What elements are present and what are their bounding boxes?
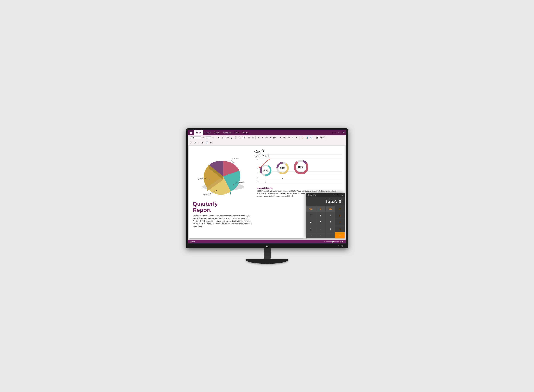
hamburger-menu-button[interactable] xyxy=(189,130,194,135)
calc-btn-plusminus[interactable]: ± xyxy=(306,232,316,238)
font-size-arrow[interactable]: ▾ xyxy=(211,136,215,140)
monitor-stand-base xyxy=(246,259,288,264)
monitor-bezel: Home Layout Charts Formulas Data Review … xyxy=(186,128,348,248)
clock-button[interactable]: 🕐 xyxy=(205,140,209,144)
monitor: Home Layout Charts Formulas Data Review … xyxy=(186,128,348,264)
calc-btn-subtract[interactable]: − xyxy=(335,219,345,225)
calc-btn-6[interactable]: 6 xyxy=(325,219,335,225)
calc-btn-8[interactable]: 8 xyxy=(316,212,325,219)
calc-btn-divide[interactable]: ÷ xyxy=(335,205,345,212)
document-content: Check with Sara xyxy=(188,145,346,240)
calc-btn-multiply[interactable]: × xyxy=(335,212,345,219)
zoom-plus[interactable]: + xyxy=(337,240,339,243)
bullet-list-button[interactable]: ≡ xyxy=(279,136,282,140)
power-button[interactable] xyxy=(341,245,343,247)
y-label-3: 3 xyxy=(257,172,258,174)
font-aa-button[interactable]: Aa▾ xyxy=(225,136,229,140)
calc-btn-decimal[interactable]: . xyxy=(325,232,335,238)
tab-formulas[interactable]: Formulas xyxy=(222,130,233,135)
calc-btn-1[interactable]: 1 xyxy=(306,226,316,232)
toolbar-picture-group: 🖼 Picture xyxy=(315,136,326,140)
superscript-button[interactable]: A↑ xyxy=(247,136,251,140)
zoom-thumb xyxy=(332,241,334,243)
calc-btn-backspace[interactable]: ⌫ xyxy=(325,205,335,212)
accomplishments-title: Accomplishments xyxy=(257,187,342,189)
maximize-button[interactable]: □ xyxy=(338,131,341,134)
tab-layout[interactable]: Layout xyxy=(203,130,212,135)
align-right-button[interactable]: ≡▾ xyxy=(265,136,268,140)
pie-chart-area: Quarter 4 Quarter 2 Quarter 1 Quarter 3 xyxy=(193,150,252,199)
monitor-indicator-lights xyxy=(338,245,343,247)
calc-minimize-button[interactable]: — xyxy=(333,194,336,196)
calc-btn-4[interactable]: 4 xyxy=(306,219,316,225)
bar-chart-button[interactable]: 📊 xyxy=(305,136,309,140)
calc-maximize-button[interactable]: □ xyxy=(337,194,340,196)
italic-button[interactable]: I xyxy=(234,136,237,140)
toolbar-align-group: ≡ ≡ ≡▾ ≡ ⊞▾ xyxy=(256,136,277,140)
strikethrough-button[interactable]: ABC xyxy=(242,136,247,140)
minimize-button[interactable]: — xyxy=(332,131,336,134)
calc-btn-CE[interactable]: CE xyxy=(306,205,316,212)
close-button[interactable]: ✕ xyxy=(342,131,346,134)
columns-button[interactable]: ⊞▾ xyxy=(272,136,277,140)
y-label-4: 4 xyxy=(257,168,258,169)
underline-button[interactable]: U xyxy=(238,136,241,140)
calc-btn-2[interactable]: 2 xyxy=(316,226,325,232)
calc-btn-add[interactable]: + xyxy=(335,226,345,232)
donut-80-container: 80% xyxy=(293,159,310,176)
zoom-minus[interactable]: − xyxy=(324,240,325,243)
delete-button[interactable]: 🗑 xyxy=(194,140,197,144)
y-label-6: 6 xyxy=(257,159,258,160)
tab-home[interactable]: Home xyxy=(194,130,203,135)
numbered-list-button[interactable]: ≡▾ xyxy=(283,136,286,140)
tab-charts[interactable]: Charts xyxy=(212,130,221,135)
bold-button[interactable]: A xyxy=(217,136,221,140)
calc-btn-0[interactable]: 0 xyxy=(316,232,325,238)
font-small-button[interactable]: a xyxy=(221,136,224,140)
picture-button[interactable]: 🖼 Picture xyxy=(315,136,325,140)
ribbon: Home Layout Charts Formulas Data Review … xyxy=(188,130,346,145)
font-dropdown-arrow[interactable]: ▾ xyxy=(201,136,205,140)
zoom-slider[interactable] xyxy=(326,242,337,242)
subscript-button[interactable]: A↓ xyxy=(251,136,255,140)
document-left-column: Quarter 4 Quarter 2 Quarter 1 Quarter 3 xyxy=(189,146,255,238)
area-chart-button[interactable]: 📉 xyxy=(309,136,313,140)
indicator-dot xyxy=(338,245,339,246)
calculator-display: 1362.38 xyxy=(306,197,345,205)
toolbar: ▾ ▾ A a Aa▾ B I U ABC A↑ A↓ xyxy=(188,135,346,145)
justify-button[interactable]: ≡ xyxy=(269,136,272,140)
bold-B-button[interactable]: B xyxy=(230,136,234,140)
table-button[interactable]: ⊞ xyxy=(190,140,193,144)
line-spacing-button[interactable]: ⇕ xyxy=(295,136,298,140)
calc-btn-9[interactable]: 9 xyxy=(325,212,335,219)
font-name-input[interactable] xyxy=(190,136,201,139)
y-label-2: 2 xyxy=(257,177,258,178)
body-text: The balance sheet compares your business… xyxy=(193,215,252,228)
calc-close-button[interactable]: ✕ xyxy=(341,194,343,196)
monitor-stand-neck xyxy=(264,248,271,259)
calc-btn-C[interactable]: C xyxy=(316,205,325,212)
font-size-input[interactable] xyxy=(205,136,211,139)
outdent-button[interactable]: ⇤ xyxy=(291,136,295,140)
calc-btn-equals[interactable]: = xyxy=(335,232,345,238)
align-center-button[interactable]: ≡ xyxy=(261,136,264,140)
calculator-window: Calculator — □ ✕ 1362.38 CE xyxy=(306,193,345,238)
calc-btn-5[interactable]: 5 xyxy=(316,219,325,225)
monitor-bottom-bezel: hp xyxy=(188,243,346,248)
check-button[interactable]: ✓ xyxy=(197,140,201,144)
calc-btn-3[interactable]: 3 xyxy=(325,226,335,232)
at-button[interactable]: @ xyxy=(201,140,205,144)
donut-50: 50% xyxy=(276,161,290,175)
y-label-7: 7 xyxy=(257,154,258,156)
tab-data[interactable]: Data xyxy=(233,130,241,135)
indent-button[interactable]: ⇥▾ xyxy=(287,136,291,140)
settings-button[interactable]: ▤ xyxy=(209,140,213,144)
calc-btn-7[interactable]: 7 xyxy=(306,212,316,219)
align-left-button[interactable]: ≡ xyxy=(257,136,261,140)
line-chart-button[interactable]: 📈 xyxy=(301,136,305,140)
zoom-area: − + 125% xyxy=(324,240,344,243)
quarterly-report-title: QuarterlyReport xyxy=(193,201,252,213)
quarter2-label: Quarter 2 xyxy=(237,181,244,183)
tab-review[interactable]: Review xyxy=(241,130,251,135)
power-button-ring xyxy=(341,246,342,246)
